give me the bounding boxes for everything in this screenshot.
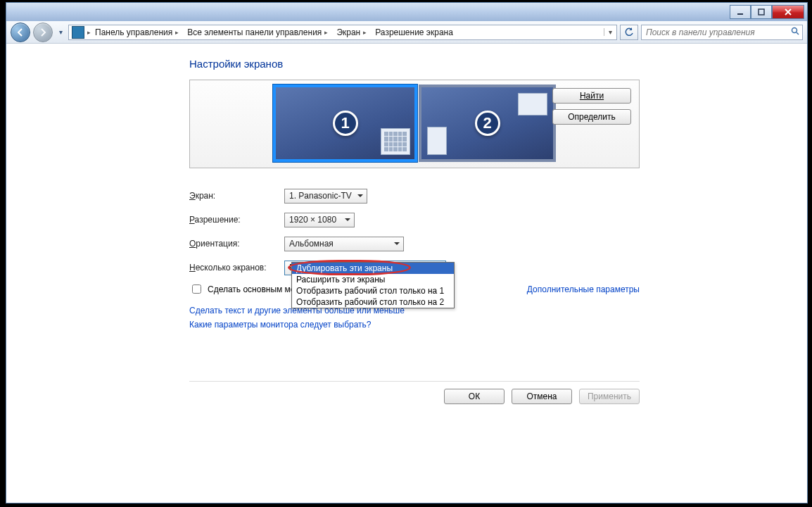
- svg-rect-0: [737, 13, 743, 15]
- text-size-link[interactable]: Сделать текст и другие элементы больше и…: [189, 306, 807, 315]
- window-icon: [381, 128, 410, 155]
- window-icon: [427, 127, 447, 155]
- dropdown-option[interactable]: Отобразить рабочий стол только на 1: [292, 285, 454, 296]
- resolution-combo[interactable]: 1920 × 1080: [284, 213, 355, 227]
- dropdown-option[interactable]: Расширить эти экраны: [292, 274, 454, 285]
- breadcrumb-item[interactable]: Разрешение экрана: [371, 25, 457, 39]
- orientation-label: Ориентация:: [189, 239, 284, 249]
- forward-button[interactable]: [33, 23, 53, 42]
- orientation-combo[interactable]: Альбомная: [284, 237, 404, 251]
- dialog-buttons: ОК Отмена Применить: [189, 381, 640, 404]
- multiple-displays-dropdown[interactable]: Дублировать эти экраны Расширить эти экр…: [291, 262, 455, 308]
- make-main-checkbox[interactable]: [192, 284, 201, 294]
- dropdown-option[interactable]: Дублировать эти экраны: [292, 263, 454, 274]
- apply-button[interactable]: Применить: [579, 389, 640, 404]
- display-label: Экран:: [189, 191, 284, 201]
- display-number: 2: [475, 111, 500, 136]
- resolution-label: Разрешение:: [189, 215, 284, 225]
- maximize-button[interactable]: [751, 5, 772, 19]
- find-button[interactable]: Найти: [552, 88, 631, 104]
- minimize-button[interactable]: [730, 5, 751, 19]
- advanced-link[interactable]: Дополнительные параметры: [527, 284, 640, 294]
- window-icon: [518, 93, 547, 115]
- search-box[interactable]: [641, 25, 803, 40]
- page-title: Настройки экранов: [189, 58, 807, 70]
- cancel-button[interactable]: Отмена: [512, 389, 572, 404]
- detect-button[interactable]: Определить: [552, 109, 631, 125]
- window-frame: ▾ ▸ Панель управления▸ Все элементы пане…: [6, 2, 808, 503]
- close-button[interactable]: [772, 5, 804, 19]
- display-1[interactable]: 1: [273, 84, 417, 162]
- dropdown-option[interactable]: Отобразить рабочий стол только на 2: [292, 296, 454, 308]
- content-area: Настройки экранов 1: [6, 44, 807, 503]
- multiple-displays-label: Несколько экранов:: [189, 263, 284, 273]
- control-panel-icon: [72, 26, 84, 39]
- breadcrumb-item[interactable]: Панель управления▸: [91, 25, 183, 39]
- display-2[interactable]: 2: [419, 84, 556, 162]
- titlebar: [6, 3, 807, 21]
- svg-point-2: [792, 28, 797, 33]
- search-input[interactable]: [642, 27, 788, 37]
- display-number: 1: [333, 111, 358, 136]
- svg-rect-1: [759, 9, 764, 15]
- address-dropdown[interactable]: ▾: [604, 28, 616, 36]
- search-icon[interactable]: [788, 27, 802, 37]
- navbar: ▾ ▸ Панель управления▸ Все элементы пане…: [6, 21, 807, 44]
- svg-line-3: [797, 32, 799, 35]
- address-bar[interactable]: ▸ Панель управления▸ Все элементы панели…: [68, 25, 617, 40]
- refresh-button[interactable]: [620, 25, 638, 40]
- display-combo[interactable]: 1. Panasonic-TV: [284, 189, 367, 204]
- ok-button[interactable]: ОК: [444, 389, 505, 404]
- breadcrumb-item[interactable]: Экран▸: [332, 25, 371, 39]
- back-button[interactable]: [11, 23, 30, 42]
- which-settings-link[interactable]: Какие параметры монитора следует выбрать…: [189, 320, 807, 330]
- breadcrumb-item[interactable]: Все элементы панели управления▸: [183, 25, 332, 39]
- nav-history-dropdown[interactable]: ▾: [56, 28, 65, 36]
